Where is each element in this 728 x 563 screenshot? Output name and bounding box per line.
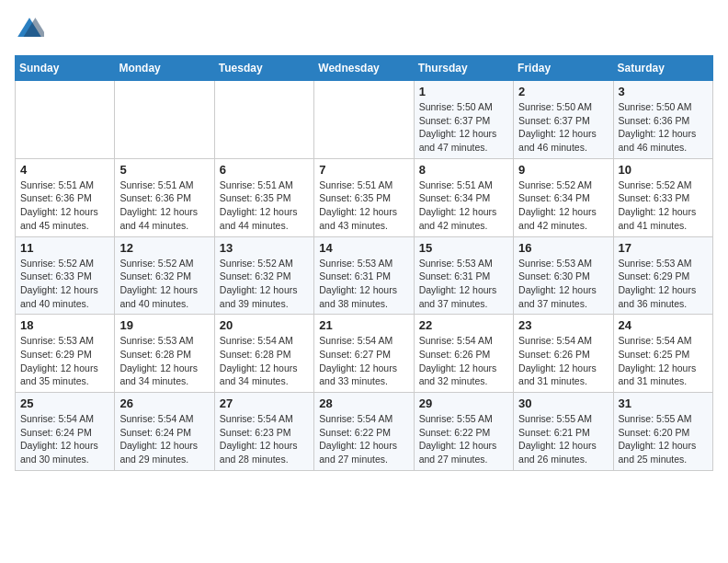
day-info: Sunrise: 5:51 AM Sunset: 6:35 PM Dayligh… (319, 178, 408, 233)
day-number: 5 (119, 163, 209, 177)
day-number: 15 (419, 241, 508, 255)
day-info: Sunrise: 5:54 AM Sunset: 6:25 PM Dayligh… (619, 334, 708, 388)
day-number: 17 (619, 241, 708, 255)
calendar-cell: 1Sunrise: 5:50 AM Sunset: 6:37 PM Daylig… (414, 81, 513, 159)
weekday-header: Thursday (414, 56, 513, 81)
logo-icon (15, 15, 44, 44)
day-info: Sunrise: 5:53 AM Sunset: 6:29 PM Dayligh… (20, 334, 109, 388)
calendar-cell: 10Sunrise: 5:52 AM Sunset: 6:33 PM Dayli… (613, 158, 712, 236)
day-info: Sunrise: 5:53 AM Sunset: 6:31 PM Dayligh… (319, 257, 408, 311)
day-info: Sunrise: 5:50 AM Sunset: 6:37 PM Dayligh… (419, 100, 508, 155)
day-number: 30 (518, 396, 608, 410)
day-info: Sunrise: 5:50 AM Sunset: 6:36 PM Dayligh… (619, 100, 708, 155)
day-number: 18 (20, 318, 109, 332)
day-number: 21 (319, 318, 408, 332)
day-info: Sunrise: 5:52 AM Sunset: 6:33 PM Dayligh… (619, 178, 708, 233)
weekday-header: Tuesday (214, 56, 313, 81)
day-info: Sunrise: 5:51 AM Sunset: 6:35 PM Dayligh… (220, 178, 309, 233)
weekday-header: Sunday (16, 56, 115, 81)
day-info: Sunrise: 5:54 AM Sunset: 6:24 PM Dayligh… (20, 412, 109, 466)
calendar-cell: 22Sunrise: 5:54 AM Sunset: 6:26 PM Dayli… (414, 315, 513, 393)
calendar-cell: 9Sunrise: 5:52 AM Sunset: 6:34 PM Daylig… (514, 158, 613, 236)
calendar-cell: 29Sunrise: 5:55 AM Sunset: 6:22 PM Dayli… (414, 393, 513, 471)
day-number: 31 (619, 396, 708, 410)
day-number: 3 (619, 85, 708, 98)
calendar-week: 25Sunrise: 5:54 AM Sunset: 6:24 PM Dayli… (16, 393, 713, 471)
calendar-cell: 15Sunrise: 5:53 AM Sunset: 6:31 PM Dayli… (414, 236, 513, 315)
calendar-cell: 24Sunrise: 5:54 AM Sunset: 6:25 PM Dayli… (613, 315, 712, 393)
day-info: Sunrise: 5:52 AM Sunset: 6:34 PM Dayligh… (518, 178, 608, 233)
calendar-cell: 25Sunrise: 5:54 AM Sunset: 6:24 PM Dayli… (16, 393, 115, 471)
day-info: Sunrise: 5:54 AM Sunset: 6:27 PM Dayligh… (319, 334, 408, 388)
day-info: Sunrise: 5:54 AM Sunset: 6:26 PM Dayligh… (419, 334, 508, 388)
day-number: 25 (20, 396, 109, 410)
day-number: 13 (220, 241, 309, 255)
day-number: 4 (20, 163, 109, 177)
weekday-header: Friday (514, 56, 613, 81)
calendar-cell: 13Sunrise: 5:52 AM Sunset: 6:32 PM Dayli… (214, 236, 313, 315)
day-number: 20 (220, 318, 309, 332)
day-number: 11 (20, 241, 109, 255)
calendar-cell: 17Sunrise: 5:53 AM Sunset: 6:29 PM Dayli… (613, 236, 712, 315)
day-info: Sunrise: 5:53 AM Sunset: 6:31 PM Dayligh… (419, 257, 508, 311)
day-info: Sunrise: 5:50 AM Sunset: 6:37 PM Dayligh… (518, 100, 608, 155)
calendar-cell: 19Sunrise: 5:53 AM Sunset: 6:28 PM Dayli… (115, 315, 214, 393)
calendar-cell: 4Sunrise: 5:51 AM Sunset: 6:36 PM Daylig… (16, 158, 115, 236)
day-number: 12 (119, 241, 209, 255)
day-number: 14 (319, 241, 408, 255)
day-info: Sunrise: 5:51 AM Sunset: 6:36 PM Dayligh… (119, 178, 209, 233)
day-number: 16 (518, 241, 608, 255)
calendar-cell (314, 81, 414, 159)
calendar-cell: 6Sunrise: 5:51 AM Sunset: 6:35 PM Daylig… (214, 158, 313, 236)
calendar-cell (214, 81, 313, 159)
day-info: Sunrise: 5:54 AM Sunset: 6:28 PM Dayligh… (220, 334, 309, 388)
day-info: Sunrise: 5:54 AM Sunset: 6:26 PM Dayligh… (518, 334, 608, 388)
day-number: 23 (518, 318, 608, 332)
calendar-cell: 26Sunrise: 5:54 AM Sunset: 6:24 PM Dayli… (115, 393, 214, 471)
calendar-cell: 21Sunrise: 5:54 AM Sunset: 6:27 PM Dayli… (314, 315, 414, 393)
calendar-cell (16, 81, 115, 159)
day-info: Sunrise: 5:53 AM Sunset: 6:29 PM Dayligh… (619, 257, 708, 311)
day-info: Sunrise: 5:53 AM Sunset: 6:30 PM Dayligh… (518, 257, 608, 311)
calendar-week: 11Sunrise: 5:52 AM Sunset: 6:33 PM Dayli… (16, 236, 713, 315)
day-number: 1 (419, 85, 508, 98)
calendar: SundayMondayTuesdayWednesdayThursdayFrid… (15, 55, 713, 471)
weekday-header: Monday (115, 56, 214, 81)
day-number: 9 (518, 163, 608, 177)
day-info: Sunrise: 5:51 AM Sunset: 6:36 PM Dayligh… (20, 178, 109, 233)
day-info: Sunrise: 5:51 AM Sunset: 6:34 PM Dayligh… (419, 178, 508, 233)
day-number: 7 (319, 163, 408, 177)
day-number: 19 (119, 318, 209, 332)
page-header (15, 15, 713, 44)
day-info: Sunrise: 5:53 AM Sunset: 6:28 PM Dayligh… (119, 334, 209, 388)
day-info: Sunrise: 5:52 AM Sunset: 6:32 PM Dayligh… (220, 257, 309, 311)
calendar-cell: 11Sunrise: 5:52 AM Sunset: 6:33 PM Dayli… (16, 236, 115, 315)
day-info: Sunrise: 5:52 AM Sunset: 6:32 PM Dayligh… (119, 257, 209, 311)
day-number: 28 (319, 396, 408, 410)
day-info: Sunrise: 5:54 AM Sunset: 6:23 PM Dayligh… (220, 412, 309, 466)
calendar-cell: 16Sunrise: 5:53 AM Sunset: 6:30 PM Dayli… (514, 236, 613, 315)
day-info: Sunrise: 5:52 AM Sunset: 6:33 PM Dayligh… (20, 257, 109, 311)
calendar-header: SundayMondayTuesdayWednesdayThursdayFrid… (16, 56, 713, 81)
logo (15, 15, 48, 44)
calendar-week: 18Sunrise: 5:53 AM Sunset: 6:29 PM Dayli… (16, 315, 713, 393)
calendar-cell: 12Sunrise: 5:52 AM Sunset: 6:32 PM Dayli… (115, 236, 214, 315)
day-number: 8 (419, 163, 508, 177)
calendar-cell: 30Sunrise: 5:55 AM Sunset: 6:21 PM Dayli… (514, 393, 613, 471)
calendar-cell: 8Sunrise: 5:51 AM Sunset: 6:34 PM Daylig… (414, 158, 513, 236)
calendar-cell: 5Sunrise: 5:51 AM Sunset: 6:36 PM Daylig… (115, 158, 214, 236)
day-number: 29 (419, 396, 508, 410)
day-number: 2 (518, 85, 608, 98)
day-number: 22 (419, 318, 508, 332)
day-number: 24 (619, 318, 708, 332)
calendar-cell: 20Sunrise: 5:54 AM Sunset: 6:28 PM Dayli… (214, 315, 313, 393)
calendar-cell: 28Sunrise: 5:54 AM Sunset: 6:22 PM Dayli… (314, 393, 414, 471)
calendar-cell: 27Sunrise: 5:54 AM Sunset: 6:23 PM Dayli… (214, 393, 313, 471)
day-info: Sunrise: 5:54 AM Sunset: 6:24 PM Dayligh… (119, 412, 209, 466)
day-info: Sunrise: 5:55 AM Sunset: 6:22 PM Dayligh… (419, 412, 508, 466)
weekday-header: Wednesday (314, 56, 414, 81)
calendar-cell: 7Sunrise: 5:51 AM Sunset: 6:35 PM Daylig… (314, 158, 414, 236)
day-info: Sunrise: 5:55 AM Sunset: 6:20 PM Dayligh… (619, 412, 708, 466)
calendar-cell: 3Sunrise: 5:50 AM Sunset: 6:36 PM Daylig… (613, 81, 712, 159)
calendar-cell: 23Sunrise: 5:54 AM Sunset: 6:26 PM Dayli… (514, 315, 613, 393)
